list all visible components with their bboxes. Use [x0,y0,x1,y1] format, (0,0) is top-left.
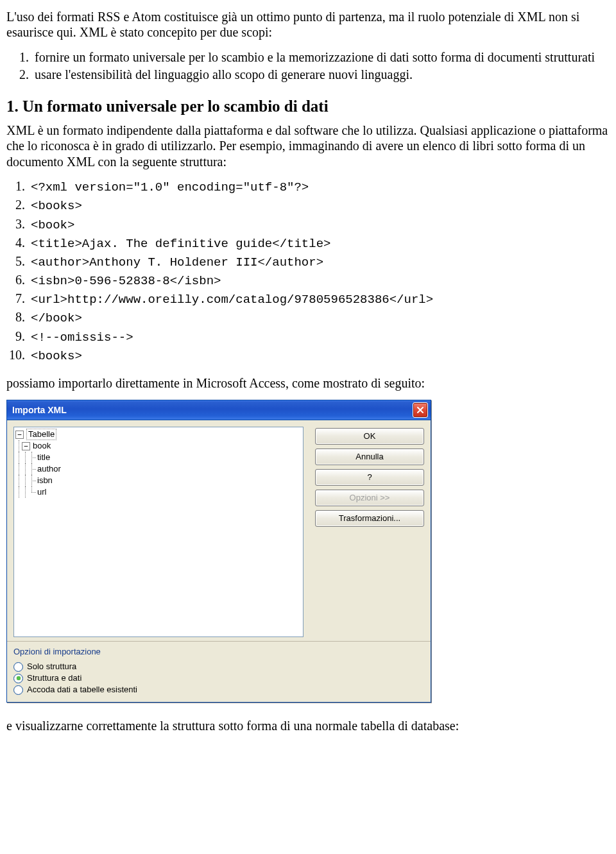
radio-label: Accoda dati a tabelle esistenti [27,685,137,695]
closing-paragraph: e visualizzarne correttamente la struttu… [6,718,610,733]
code-line: <url>http://www.oreilly.com/catalog/9780… [28,291,610,307]
intro-paragraph: L'uso dei formati RSS e Atom costituisce… [6,9,610,40]
section-heading: 1. Un formato universale per lo scambio … [6,97,610,117]
tree-leaf[interactable]: title [15,452,302,463]
tree-label: author [37,464,61,474]
cancel-button[interactable]: Annulla [315,448,424,465]
tree-label: Tabelle [26,429,56,440]
tree-leaf[interactable]: url [15,486,302,498]
code-line: <books> [28,347,610,364]
dialog-title: Importa XML [12,405,67,416]
scopi-list: fornire un formato universale per lo sca… [32,49,610,83]
code-listing: <?xml version="1.0" encoding="utf-8"?> <… [28,178,610,364]
import-xml-dialog: Importa XML − Tabelle − book title autho… [6,400,431,703]
tree-node-book[interactable]: − book [15,440,302,452]
tree-leaf[interactable]: isbn [15,475,302,486]
after-code-paragraph: possiamo importarlo direttamente in Micr… [6,375,610,391]
tree-leaf[interactable]: author [15,463,302,475]
code-line: <book> [28,216,610,233]
code-line: <!--omissis--> [28,329,610,345]
ok-button[interactable]: OK [315,428,424,445]
code-line: <title>Ajax. The definitive guide</title… [28,235,610,252]
radio-label: Solo struttura [27,662,76,672]
radio-accoda-dati[interactable]: Accoda dati a tabelle esistenti [13,684,424,696]
tree-label: book [33,441,51,451]
section-body: XML è un formato indipendente dalla piat… [6,123,610,169]
titlebar[interactable]: Importa XML [7,400,431,420]
close-icon [416,406,424,414]
tree-pane[interactable]: − Tabelle − book title author isbn [13,427,304,637]
close-button[interactable] [413,402,428,418]
code-line: <?xml version="1.0" encoding="utf-8"?> [28,178,610,195]
radio-struttura-e-dati[interactable]: Struttura e dati [13,672,424,684]
code-line: <isbn>0-596-52838-8</isbn> [28,272,610,289]
dialog-footer: Opzioni di importazione Solo struttura S… [7,642,431,702]
button-column: OK Annulla ? Opzioni >> Trasformazioni..… [315,427,424,637]
list-item: usare l'estensibilità del linguaggio all… [32,67,610,82]
collapse-icon[interactable]: − [15,431,24,439]
collapse-icon[interactable]: − [22,442,30,450]
options-button[interactable]: Opzioni >> [315,490,424,506]
code-line: <author>Anthony T. Holdener III</author> [28,253,610,270]
list-item: fornire un formato universale per lo sca… [32,49,610,65]
code-line: </book> [28,309,610,326]
help-button[interactable]: ? [315,469,424,486]
tree-label: title [37,452,50,463]
code-line: <books> [28,197,610,214]
tree-label: url [37,487,46,497]
tree-label: isbn [37,475,53,486]
radio-icon[interactable] [13,674,23,683]
radio-label: Struttura e dati [27,673,81,683]
footer-title: Opzioni di importazione [13,647,424,657]
transform-button[interactable]: Trasformazioni... [315,510,424,527]
radio-solo-struttura[interactable]: Solo struttura [13,661,424,672]
tree-node-tabelle[interactable]: − Tabelle [15,429,302,440]
radio-icon[interactable] [13,662,23,672]
radio-icon[interactable] [13,685,23,695]
